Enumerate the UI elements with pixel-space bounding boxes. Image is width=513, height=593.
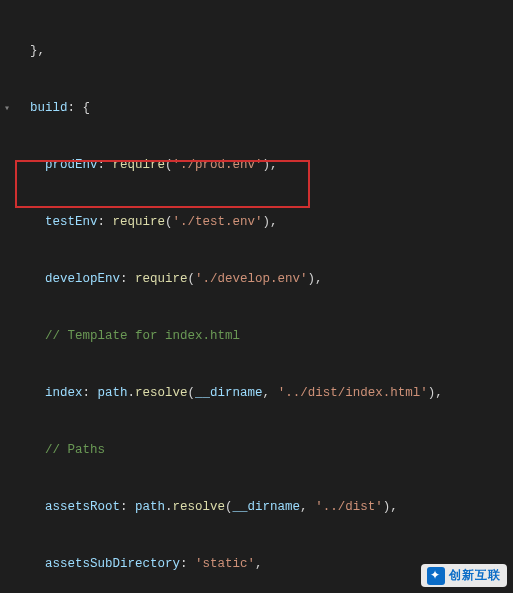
watermark-logo-icon xyxy=(427,567,445,585)
watermark-text: 创新互联 xyxy=(449,566,501,585)
code-comment: // Template for index.html xyxy=(0,327,513,346)
watermark: 创新互联 xyxy=(421,564,507,587)
fold-icon[interactable]: ▾ xyxy=(4,99,10,118)
code-comment: // Paths xyxy=(0,441,513,460)
code-line: index: path.resolve(__dirname, '../dist/… xyxy=(0,384,513,403)
code-line: testEnv: require('./test.env'), xyxy=(0,213,513,232)
code-line-build: ▾build: { xyxy=(0,99,513,118)
code-line: assetsRoot: path.resolve(__dirname, '../… xyxy=(0,498,513,517)
code-line: prodEnv: require('./prod.env'), xyxy=(0,156,513,175)
code-line: }, xyxy=(0,42,513,61)
code-editor[interactable]: }, ▾build: { prodEnv: require('./prod.en… xyxy=(0,0,513,593)
code-line: developEnv: require('./develop.env'), xyxy=(0,270,513,289)
